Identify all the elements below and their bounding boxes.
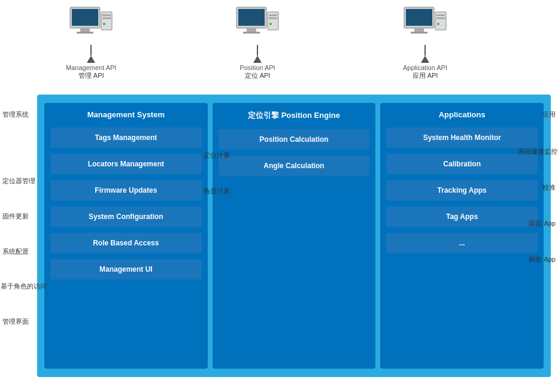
svg-rect-17	[406, 9, 432, 26]
panel-management: Management System Tags Management Locato…	[44, 103, 208, 369]
btn-firmware-updates[interactable]: Firmware Updates	[50, 180, 202, 200]
svg-rect-13	[269, 14, 277, 16]
diagram-container: Management API 管理 API Position API 定位 AP…	[0, 0, 558, 392]
left-label-mgmt-ui: 管理界面	[2, 317, 29, 326]
btn-calibration[interactable]: Calibration	[386, 154, 538, 174]
svg-rect-9	[238, 9, 265, 26]
btn-management-ui[interactable]: Management UI	[50, 259, 202, 279]
btn-position-calculation[interactable]: Position Calculation	[219, 129, 370, 150]
left-label-rbac: 基于角色的访问	[1, 282, 47, 291]
arrow-management	[87, 45, 95, 63]
right-label-health: 系统健康监控	[518, 147, 557, 156]
svg-rect-14	[269, 17, 277, 19]
panel-applications: Applications System Health Monitor Calib…	[380, 103, 544, 369]
svg-rect-2	[80, 28, 90, 32]
svg-rect-18	[414, 28, 424, 32]
api-label-en-management: Management API	[66, 64, 116, 71]
api-label-en-position: Position API	[239, 64, 275, 71]
svg-point-7	[103, 23, 105, 25]
panel-position: 定位引擎 Position Engine Position Calculatio…	[213, 103, 376, 369]
btn-tracking-apps[interactable]: Tracking Apps	[386, 180, 538, 200]
left-label-management-system: 管理系统	[2, 110, 29, 119]
btn-role-based-access[interactable]: Role Based Access	[50, 233, 202, 253]
right-label-tag-apps: 标签 App	[529, 255, 556, 264]
arrow-application	[421, 45, 429, 63]
computer-position: Position API 定位 API	[233, 6, 281, 80]
btn-system-health-monitor[interactable]: System Health Monitor	[386, 127, 538, 148]
svg-rect-5	[102, 14, 111, 16]
right-label-tracking: 跟踪 App	[529, 219, 556, 228]
svg-rect-21	[436, 14, 445, 16]
panel-management-title: Management System	[50, 110, 202, 119]
computer-application: Application API 应用 API	[401, 6, 449, 80]
computer-icon-management	[67, 6, 115, 45]
btn-tag-apps[interactable]: Tag Apps	[386, 206, 538, 227]
svg-rect-1	[72, 9, 98, 26]
api-label-cn-management: 管理 API	[78, 71, 104, 80]
main-box: Management System Tags Management Locato…	[37, 95, 551, 377]
btn-angle-calculation[interactable]: Angle Calculation	[219, 156, 370, 176]
btn-locators-management[interactable]: Locators Management	[50, 154, 202, 174]
panel-applications-title: Applications	[386, 110, 538, 119]
computer-management: Management API 管理 API	[66, 6, 116, 80]
svg-rect-11	[243, 32, 260, 34]
left-label-sysconfig: 系统配置	[2, 247, 29, 256]
api-label-en-application: Application API	[403, 64, 447, 71]
computer-icon-position	[233, 6, 281, 45]
middle-label-pos-calc: 定位计算	[204, 151, 230, 160]
svg-rect-19	[411, 32, 427, 34]
computer-icon-application	[401, 6, 449, 45]
left-label-locators: 定位器管理	[2, 177, 35, 186]
svg-rect-22	[436, 17, 445, 19]
middle-label-angle-calc: 角度计算	[204, 187, 230, 196]
btn-system-configuration[interactable]: System Configuration	[50, 206, 202, 227]
svg-point-15	[269, 23, 272, 25]
panel-position-title: 定位引擎 Position Engine	[219, 110, 370, 121]
api-label-cn-position: 定位 API	[245, 71, 271, 80]
left-label-firmware: 固件更新	[2, 212, 29, 221]
arrow-position	[253, 45, 262, 63]
btn-tags-management[interactable]: Tags Management	[50, 127, 202, 148]
right-label-applications: 应用	[542, 110, 556, 119]
svg-rect-6	[102, 17, 111, 19]
svg-point-23	[437, 23, 439, 25]
btn-ellipsis[interactable]: ...	[386, 233, 538, 253]
svg-rect-10	[247, 28, 256, 32]
api-label-cn-application: 应用 API	[413, 71, 438, 80]
right-label-calibration: 校准	[542, 183, 556, 192]
svg-rect-3	[77, 32, 93, 34]
